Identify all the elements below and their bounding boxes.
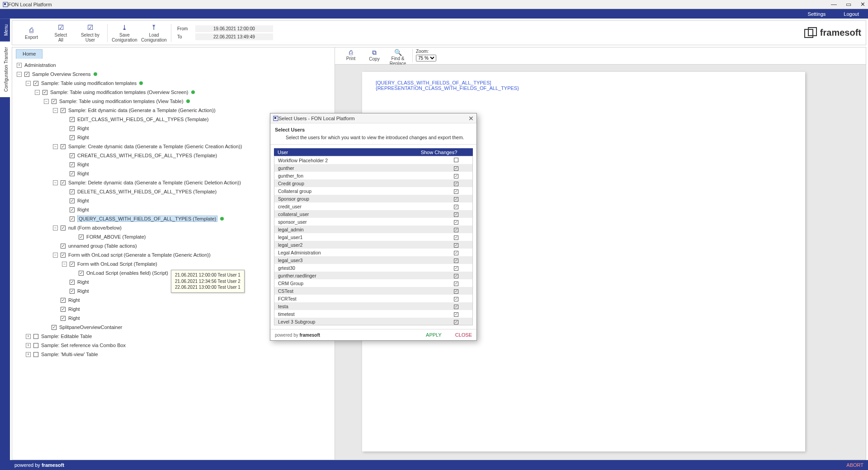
tree-item[interactable]: SplitpaneOverviewContainer [59, 324, 122, 330]
show-changes-checkbox[interactable]: ✓ [454, 274, 458, 278]
show-changes-checkbox[interactable]: ✓ [454, 320, 458, 324]
tree-item[interactable]: CREATE_CLASS_WITH_FIELDS_OF_ALL_TYPES (T… [77, 153, 217, 158]
tree-checkbox[interactable]: ✓ [70, 117, 75, 122]
tree-checkbox[interactable]: ✓ [70, 289, 75, 294]
show-changes-checkbox[interactable]: ✓ [454, 243, 458, 248]
expand-toggle[interactable]: + [17, 63, 22, 68]
tree-checkbox[interactable]: ✓ [42, 90, 47, 95]
tree-item[interactable]: unnamed group (Table actions) [68, 243, 137, 249]
tree-checkbox[interactable]: ✓ [70, 189, 75, 194]
tree-checkbox[interactable]: ✓ [79, 271, 84, 276]
tree-checkbox[interactable]: ✓ [61, 316, 66, 321]
abort-button[interactable]: ABORT [846, 462, 863, 468]
from-date[interactable]: 19.06.2021 12:00:00 [195, 25, 273, 32]
table-row[interactable]: timetest✓ [274, 310, 472, 318]
tree-sample-overview[interactable]: Sample Overview Screens [32, 71, 91, 77]
tree-checkbox[interactable]: ✓ [70, 171, 75, 176]
show-changes-checkbox[interactable]: ✓ [454, 228, 458, 232]
show-changes-checkbox[interactable]: ✓ [454, 197, 458, 202]
tree-item[interactable]: Right [77, 162, 89, 167]
tree-item[interactable]: Sample: Table using modification templat… [50, 89, 189, 95]
tree-checkbox[interactable]: ✓ [70, 198, 75, 203]
tree-item-selected[interactable]: QUERY_CLASS_WITH_FIELDS_OF_ALL_TYPES (Te… [77, 216, 217, 222]
tree-checkbox[interactable]: ✓ [79, 235, 84, 240]
tree-item[interactable]: Right [68, 297, 80, 303]
table-row[interactable]: Level 3 Subgroup✓ [274, 318, 472, 325]
tree-item[interactable]: Sample: 'Multi-view' Table [41, 352, 98, 357]
tree-item[interactable]: Right [77, 198, 89, 203]
tree-checkbox[interactable]: ✓ [61, 244, 66, 249]
tree-checkbox[interactable] [33, 352, 38, 357]
dialog-table-scroll[interactable]: Workflow Placeholder 2gunther✓gunther_fo… [274, 156, 473, 325]
table-row[interactable]: sponsor_user✓ [274, 218, 472, 226]
show-changes-checkbox[interactable]: ✓ [454, 266, 458, 271]
col-user[interactable]: User [274, 148, 405, 156]
tree-checkbox[interactable]: ✓ [52, 99, 57, 104]
table-row[interactable]: testa✓ [274, 302, 472, 310]
expand-toggle[interactable]: − [35, 90, 40, 95]
tree-checkbox[interactable]: ✓ [70, 126, 75, 131]
table-row[interactable]: grtest30✓ [274, 264, 472, 272]
table-row[interactable]: legal_user3✓ [274, 256, 472, 264]
expand-toggle[interactable]: − [53, 108, 58, 113]
tree-checkbox[interactable]: ✓ [70, 216, 75, 221]
tree-item[interactable]: Right [77, 279, 89, 285]
side-tab-menu[interactable]: Menu [0, 19, 10, 41]
expand-toggle[interactable]: − [53, 253, 58, 258]
tree-checkbox[interactable]: ✓ [61, 144, 66, 149]
tree-checkbox[interactable]: ✓ [70, 153, 75, 158]
tree-item[interactable]: Right [77, 207, 89, 212]
save-config-button[interactable]: ⤓Save Coniguration [110, 22, 139, 44]
tree-checkbox[interactable]: ✓ [61, 108, 66, 113]
table-row[interactable]: legal_user1✓ [274, 233, 472, 241]
show-changes-checkbox[interactable]: ✓ [454, 289, 458, 294]
table-row[interactable]: legal_admin✓ [274, 226, 472, 233]
tree-item[interactable]: Sample: Create dynamic data (Generate a … [68, 144, 242, 149]
show-changes-checkbox[interactable]: ✓ [454, 174, 458, 179]
expand-toggle[interactable]: − [53, 226, 58, 230]
tree-checkbox[interactable]: ✓ [61, 307, 66, 312]
close-button[interactable]: ✕ [860, 1, 865, 8]
tree-item[interactable]: null (Form above/below) [68, 225, 122, 230]
tree-checkbox[interactable]: ✓ [33, 81, 38, 86]
expand-toggle[interactable]: − [53, 144, 58, 149]
table-row[interactable]: Credit group✓ [274, 179, 472, 187]
tree-item[interactable]: Right [77, 135, 89, 140]
tree-item[interactable]: Right [77, 288, 89, 294]
show-changes-checkbox[interactable]: ✓ [454, 251, 458, 255]
table-row[interactable]: CSTest✓ [274, 287, 472, 295]
tree-checkbox[interactable]: ✓ [70, 262, 75, 267]
tree-item[interactable]: Sample: Table using modification templat… [59, 99, 184, 104]
tree-item[interactable]: Right [77, 126, 89, 131]
table-row[interactable]: Legal Administration✓ [274, 249, 472, 256]
tree-checkbox[interactable]: ✓ [70, 280, 75, 285]
show-changes-checkbox[interactable]: ✓ [454, 220, 458, 225]
table-row[interactable]: Collateral group✓ [274, 187, 472, 195]
export-button[interactable]: ⎙Export [17, 22, 46, 44]
print-button[interactable]: ⎙Print [340, 49, 362, 61]
to-date[interactable]: 22.06.2021 13:49:49 [195, 33, 273, 40]
load-config-button[interactable]: ⤒Load Coniguration [139, 22, 169, 44]
expand-toggle[interactable]: + [26, 343, 31, 348]
expand-toggle[interactable]: − [44, 99, 49, 104]
expand-toggle[interactable]: + [26, 334, 31, 339]
table-row[interactable]: CRM Group✓ [274, 279, 472, 287]
tree-administration[interactable]: Administration [24, 62, 56, 68]
table-row[interactable]: Sponsor group✓ [274, 195, 472, 202]
tree-checkbox[interactable]: ✓ [70, 162, 75, 167]
show-changes-checkbox[interactable]: ✓ [454, 235, 458, 240]
table-row[interactable]: gunther.raedlinger✓ [274, 272, 472, 279]
zoom-select[interactable]: 75 % [416, 55, 436, 61]
tree-checkbox[interactable]: ✓ [70, 207, 75, 212]
expand-toggle[interactable]: − [53, 180, 58, 185]
tree-item[interactable]: OnLoad Script (enables field) (Script) [86, 270, 168, 276]
tree-checkbox[interactable]: ✓ [24, 72, 29, 77]
copy-button[interactable]: ⧉Copy [363, 49, 386, 61]
tree-item[interactable]: EDIT_CLASS_WITH_FIELDS_OF_ALL_TYPES (Tem… [77, 117, 208, 122]
expand-toggle[interactable]: − [26, 81, 31, 86]
tree-checkbox[interactable]: ✓ [61, 253, 66, 258]
show-changes-checkbox[interactable]: ✓ [454, 166, 458, 171]
select-by-user-button[interactable]: ☑Select by User [75, 22, 105, 44]
tab-home[interactable]: Home [16, 49, 42, 59]
table-row[interactable]: collateral_user✓ [274, 210, 472, 218]
